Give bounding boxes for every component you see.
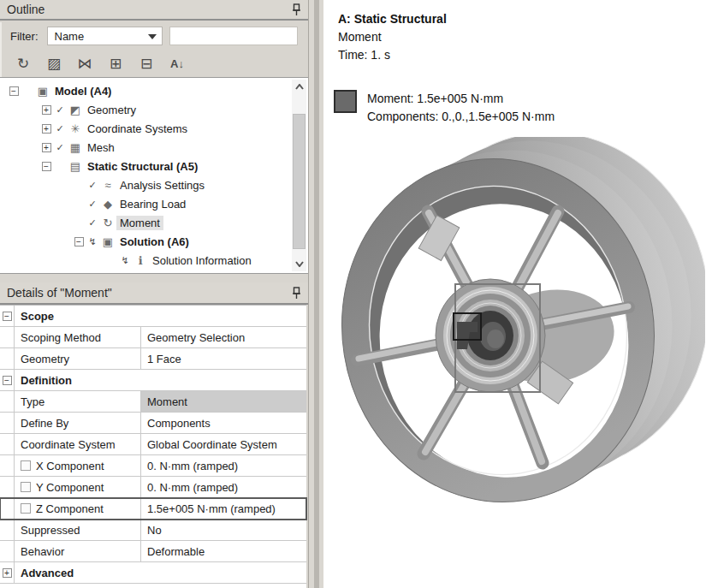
check-icon: ✓: [53, 123, 67, 134]
expand-all-icon[interactable]: ⊞: [104, 53, 127, 74]
group-label: Advanced: [15, 562, 74, 583]
check-icon: ✓: [53, 104, 67, 116]
details-row-scoping-method[interactable]: Scoping Method Geometry Selection: [0, 327, 306, 348]
legend-swatch-icon: [334, 90, 357, 113]
annotation-time: Time: 1. s: [338, 46, 447, 64]
collapse-icon[interactable]: ⊟: [135, 53, 157, 74]
filter-label: Filter:: [10, 30, 39, 43]
graphics-icon[interactable]: ▨: [43, 53, 65, 74]
property-value[interactable]: 1 Face: [141, 348, 306, 369]
details-group-advanced[interactable]: + Advanced: [0, 562, 306, 584]
property-label: X Component: [36, 460, 104, 472]
collapse-box-icon[interactable]: −: [42, 162, 51, 171]
lightning-icon: ↯: [86, 236, 99, 247]
property-value[interactable]: Global Coordinate System: [141, 434, 306, 454]
outline-panel: Outline Filter: Name ↻ ▨ ⋈ ⊞ ⊟ A↓: [0, 0, 308, 588]
graphics-viewport[interactable]: A: Static Structural Moment Time: 1. s M…: [323, 0, 706, 588]
property-label: Z Component: [36, 502, 104, 515]
details-row-coordinate-system[interactable]: Coordinate System Global Coordinate Syst…: [0, 434, 306, 455]
property-label: Scoping Method: [15, 327, 141, 347]
tree-item-mesh[interactable]: + ✓ ▦ Mesh: [0, 138, 308, 157]
pulley-model[interactable]: [330, 137, 705, 588]
tree-item-solution[interactable]: − ↯ ▣ Solution (A6): [0, 232, 308, 251]
show-vertices-icon[interactable]: ⋈: [74, 53, 96, 74]
property-value[interactable]: Deformable: [141, 541, 306, 561]
details-row-behavior[interactable]: Behavior Deformable: [0, 541, 306, 562]
refresh-worksheet-icon[interactable]: ↻: [12, 53, 34, 74]
load-legend: Moment: 1.5e+005 N·mm Components: 0.,0.,…: [334, 90, 555, 126]
geometry-icon: ◩: [67, 104, 84, 116]
tree-item-label: Bearing Load: [116, 197, 189, 211]
filter-type-value: Name: [55, 30, 85, 43]
details-group-definition[interactable]: − Definition: [0, 370, 306, 391]
tree-item-model[interactable]: − ▣ Model (A4): [0, 81, 308, 100]
details-row-z-component[interactable]: Z Component 1.5e+005 N·mm (ramped): [0, 498, 306, 520]
tree-item-label: Analysis Settings: [116, 178, 208, 193]
property-value[interactable]: Geometry Selection: [141, 327, 306, 347]
tree-item-label: Solution Information: [149, 253, 255, 268]
sort-az-icon[interactable]: A↓: [166, 53, 188, 74]
expand-box-icon[interactable]: +: [42, 124, 51, 134]
details-group-scope[interactable]: − Scope: [0, 306, 306, 327]
tree-item-moment[interactable]: ✓ ↻ Moment: [0, 213, 308, 232]
scroll-up-icon[interactable]: [292, 80, 306, 94]
tree-scrollbar[interactable]: [292, 80, 306, 271]
checkbox-icon[interactable]: [21, 460, 31, 471]
tree-item-label: Solution (A6): [116, 235, 193, 249]
ansys-mechanical-window: Outline Filter: Name ↻ ▨ ⋈ ⊞ ⊟ A↓: [0, 0, 706, 588]
check-icon: ✓: [53, 142, 67, 153]
static-structural-icon: ▤: [67, 160, 84, 173]
annotation-title: A: Static Structural: [338, 10, 447, 28]
pin-icon[interactable]: [291, 3, 301, 16]
details-row-y-component[interactable]: Y Component 0. N·mm (ramped): [0, 477, 306, 498]
hub: [436, 279, 545, 392]
details-panel-header: Details of "Moment": [0, 282, 308, 305]
scrollbar-thumb[interactable]: [293, 114, 306, 249]
property-value[interactable]: 1.5e+005 N·mm (ramped): [141, 498, 306, 519]
panel-splitter[interactable]: [308, 0, 323, 588]
chevron-down-icon: [148, 34, 157, 39]
property-value[interactable]: Components: [141, 413, 306, 433]
tree-item-label: Moment: [116, 216, 163, 230]
checkbox-icon[interactable]: [21, 482, 31, 492]
details-row-type[interactable]: Type Moment: [0, 391, 306, 413]
details-row-define-by[interactable]: Define By Components: [0, 413, 306, 434]
details-row-x-component[interactable]: X Component 0. N·mm (ramped): [0, 455, 306, 477]
tree-item-solution-information[interactable]: ↯ ℹ Solution Information: [0, 251, 308, 270]
tree-item-analysis-settings[interactable]: ✓ ≈ Analysis Settings: [0, 175, 308, 194]
tree-item-bearing-load[interactable]: ✓ ◆ Bearing Load: [0, 194, 308, 213]
tree-item-label: Mesh: [84, 140, 118, 155]
solution-information-icon: ℹ: [132, 254, 149, 267]
property-value[interactable]: Moment: [141, 391, 306, 412]
tree-item-coordinate-systems[interactable]: + ✓ ✳ Coordinate Systems: [0, 119, 308, 138]
tree-item-label: Model (A4): [51, 84, 115, 98]
collapse-box-icon[interactable]: −: [74, 237, 84, 246]
expand-box-icon[interactable]: +: [42, 143, 51, 152]
scroll-down-icon[interactable]: [292, 257, 306, 271]
collapse-box-icon[interactable]: −: [3, 312, 12, 321]
property-label: Geometry: [15, 348, 141, 369]
outline-panel-header: Outline: [0, 0, 308, 21]
tree-item-label: Geometry: [84, 103, 139, 117]
pin-icon[interactable]: [291, 287, 301, 300]
tree-item-static-structural[interactable]: − ▤ Static Structural (A5): [0, 157, 308, 175]
details-title: Details of "Moment": [7, 286, 112, 300]
property-label: Suppressed: [15, 520, 141, 540]
tree-item-geometry[interactable]: + ✓ ◩ Geometry: [0, 100, 308, 119]
lightning-icon: ↯: [118, 255, 132, 266]
check-icon: ✓: [86, 217, 99, 229]
property-value[interactable]: 0. N·mm (ramped): [141, 477, 306, 497]
collapse-box-icon[interactable]: −: [3, 376, 12, 385]
collapse-box-icon[interactable]: −: [9, 86, 19, 96]
property-value[interactable]: No: [141, 520, 306, 540]
property-value[interactable]: 0. N·mm (ramped): [141, 455, 306, 476]
expand-box-icon[interactable]: +: [3, 568, 12, 578]
expand-box-icon[interactable]: +: [42, 105, 51, 115]
filter-search-input[interactable]: [169, 27, 298, 45]
outline-tree: − ▣ Model (A4) + ✓ ◩ Geometry + ✓ ✳ Coor…: [0, 77, 308, 274]
filter-type-dropdown[interactable]: Name: [47, 27, 163, 45]
checkbox-icon[interactable]: [21, 503, 31, 514]
group-label: Scope: [15, 306, 54, 326]
details-row-suppressed[interactable]: Suppressed No: [0, 520, 306, 541]
details-row-geometry[interactable]: Geometry 1 Face: [0, 348, 306, 370]
